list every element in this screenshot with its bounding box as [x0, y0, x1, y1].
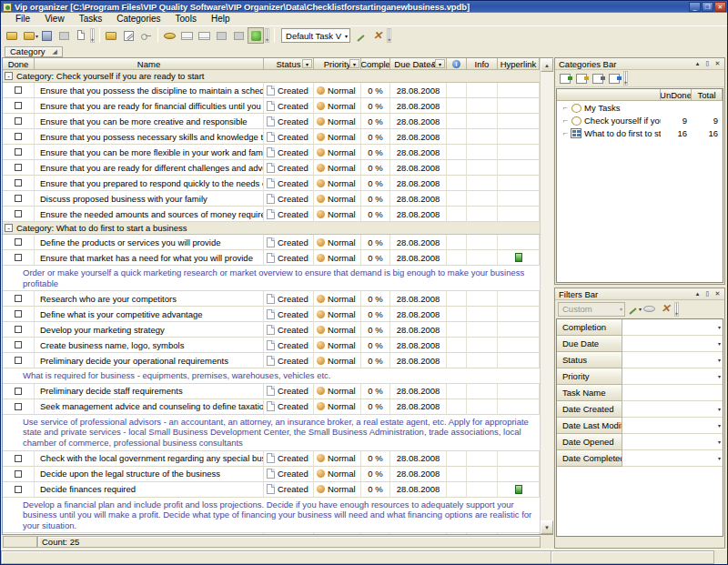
info-icon-cell[interactable]: [447, 83, 467, 98]
hyperlink-icon[interactable]: [515, 253, 522, 262]
info-icon-cell[interactable]: [447, 176, 467, 191]
filter-value[interactable]: ▾: [622, 450, 723, 467]
priority-cell[interactable]: Normal: [314, 250, 361, 266]
list-item[interactable]: ⌐ My Tasks: [557, 101, 723, 114]
pin-icon[interactable]: ▴: [693, 59, 703, 69]
table-row[interactable]: Ensure that you possess the discipline t…: [3, 83, 540, 98]
info-cell[interactable]: [467, 338, 498, 353]
hyperlink-cell[interactable]: [498, 176, 540, 191]
info-icon-cell[interactable]: [447, 291, 467, 307]
name-cell[interactable]: Ensure that you possess the discipline t…: [35, 83, 264, 98]
name-cell[interactable]: Ensure the needed amounts and sources of…: [35, 207, 264, 222]
collapse-icon[interactable]: -: [5, 224, 13, 232]
auto-hide-icon[interactable]: ▯: [703, 59, 713, 69]
done-cell[interactable]: [3, 129, 35, 145]
done-cell[interactable]: [3, 467, 35, 482]
vertical-scrollbar[interactable]: ▲ ▼: [540, 58, 553, 534]
info-cell[interactable]: [467, 384, 498, 399]
hyperlink-cell[interactable]: [498, 235, 540, 250]
priority-cell[interactable]: Normal: [314, 482, 361, 498]
table-row[interactable]: Decide finances required Created Normal …: [3, 482, 540, 498]
view-delete-button[interactable]: ✕: [369, 27, 386, 44]
table-row[interactable]: Preliminary decide your operational requ…: [3, 353, 540, 368]
column-header-priority[interactable]: Priority ▾: [314, 58, 361, 70]
hyperlink-cell[interactable]: [498, 482, 540, 498]
hyperlink-cell[interactable]: [498, 129, 540, 145]
hyperlink-cell[interactable]: [498, 250, 540, 266]
info-cell[interactable]: [467, 83, 498, 98]
info-cell[interactable]: [467, 235, 498, 250]
table-row[interactable]: Ensure that you can be more creative and…: [3, 114, 540, 129]
done-cell[interactable]: [3, 322, 35, 338]
add-task-button[interactable]: [103, 27, 119, 44]
info-cell[interactable]: [467, 176, 498, 191]
name-cell[interactable]: Define what is your competitive advantag…: [35, 307, 264, 322]
due-date-cell[interactable]: 28.08.2008: [390, 176, 447, 191]
group-by-chip-category[interactable]: Category ◢: [5, 46, 63, 57]
status-cell[interactable]: Created: [264, 399, 314, 415]
table-row[interactable]: Research who are your competitors Create…: [3, 291, 540, 307]
hyperlink-cell[interactable]: [498, 451, 540, 467]
status-cell[interactable]: Created: [264, 482, 314, 498]
hyperlink-cell[interactable]: [498, 467, 540, 482]
task-properties-button[interactable]: [137, 27, 154, 44]
filter-value[interactable]: [622, 385, 723, 401]
category-group-row[interactable]: - Category: What to do first to start a …: [3, 222, 540, 235]
hyperlink-cell[interactable]: [498, 353, 540, 368]
done-checkbox[interactable]: [15, 388, 22, 395]
chevron-down-icon[interactable]: ▾: [718, 439, 721, 445]
complete-cell[interactable]: 0 %: [361, 191, 390, 207]
info-cell[interactable]: [467, 160, 498, 176]
hyperlink-cell[interactable]: [498, 533, 540, 534]
priority-cell[interactable]: Normal: [314, 160, 361, 176]
complete-cell[interactable]: 0 %: [361, 482, 390, 498]
priority-cell[interactable]: Normal: [314, 176, 361, 191]
done-checkbox[interactable]: [15, 326, 22, 333]
done-cell[interactable]: [3, 291, 35, 307]
done-checkbox[interactable]: [15, 357, 22, 364]
complete-cell[interactable]: 0 %: [361, 145, 390, 160]
info-icon-cell[interactable]: [447, 160, 467, 176]
complete-cell[interactable]: 0 %: [361, 338, 390, 353]
status-cell[interactable]: Created: [264, 191, 314, 207]
column-header-info-icon[interactable]: i: [447, 58, 467, 70]
status-cell[interactable]: Created: [264, 235, 314, 250]
table-row[interactable]: Discuss proposed business with your fami…: [3, 191, 540, 207]
table-row[interactable]: Define the products or services you will…: [3, 235, 540, 250]
print-button[interactable]: [56, 27, 72, 44]
done-checkbox[interactable]: [15, 117, 22, 125]
menu-item-tasks[interactable]: Tasks: [72, 13, 110, 25]
due-date-cell[interactable]: 28.08.2008: [390, 353, 447, 368]
filter-row[interactable]: Date Created ▾: [557, 401, 723, 418]
close-icon[interactable]: ✕: [713, 59, 723, 69]
scroll-up-button[interactable]: ▲: [541, 58, 553, 72]
due-date-cell[interactable]: 28.08.2008: [390, 322, 447, 338]
filter-row[interactable]: Date Completed ▾: [557, 450, 723, 467]
chevron-down-icon[interactable]: ▾: [718, 357, 721, 363]
done-checkbox[interactable]: [15, 164, 22, 171]
hyperlink-cell[interactable]: [498, 291, 540, 307]
done-checkbox[interactable]: [15, 210, 22, 217]
due-date-cell[interactable]: 28.08.2008: [390, 291, 447, 307]
done-cell[interactable]: [3, 145, 35, 160]
done-cell[interactable]: [3, 451, 35, 467]
name-cell[interactable]: Preliminary decide staff requirements: [35, 384, 264, 399]
complete-cell[interactable]: 0 %: [361, 83, 390, 98]
clear-filter-button[interactable]: [642, 301, 657, 317]
column-header-done[interactable]: Done: [3, 58, 35, 70]
categories-column-total[interactable]: Total: [692, 89, 723, 101]
column-header-info[interactable]: Info: [467, 58, 498, 70]
category-group-row[interactable]: - Category: Check yourself if you are re…: [3, 70, 540, 83]
menu-item-view[interactable]: View: [37, 13, 72, 25]
info-cell[interactable]: [467, 451, 498, 467]
status-cell[interactable]: Created: [264, 176, 314, 191]
status-cell[interactable]: Created: [264, 533, 314, 534]
info-cell[interactable]: [467, 291, 498, 307]
complete-cell[interactable]: 0 %: [361, 399, 390, 415]
info-cell[interactable]: [467, 322, 498, 338]
edit-category-button[interactable]: [574, 71, 590, 86]
priority-cell[interactable]: Normal: [314, 191, 361, 207]
table-row[interactable]: Elaborate business plan for loaners if l…: [3, 533, 540, 534]
filters-toolbar-overflow[interactable]: »: [674, 302, 679, 317]
status-cell[interactable]: Created: [264, 98, 314, 114]
